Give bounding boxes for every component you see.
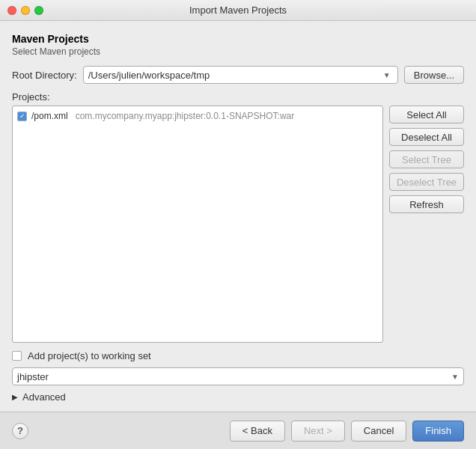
section-subtitle: Select Maven projects	[12, 46, 464, 57]
cancel-button[interactable]: Cancel	[351, 421, 406, 442]
main-content: ✓ /pom.xml com.mycompany.myapp:jhipster:…	[12, 106, 464, 343]
root-directory-label: Root Directory:	[12, 70, 77, 81]
working-set-arrow-icon: ▼	[451, 373, 459, 381]
root-directory-value: /Users/julien/workspace/tmp	[88, 70, 381, 81]
root-directory-combo[interactable]: /Users/julien/workspace/tmp ▼	[83, 66, 398, 84]
table-row[interactable]: ✓ /pom.xml com.mycompany.myapp:jhipster:…	[13, 109, 382, 123]
side-buttons-panel: Select All Deselect All Select Tree Dese…	[389, 106, 464, 343]
finish-button[interactable]: Finish	[412, 421, 464, 442]
help-button[interactable]: ?	[12, 423, 28, 439]
projects-label: Projects:	[12, 91, 464, 103]
project-path: /pom.xml	[31, 111, 68, 121]
deselect-all-button[interactable]: Deselect All	[389, 128, 464, 146]
refresh-button[interactable]: Refresh	[389, 195, 464, 213]
advanced-arrow-icon: ▶	[12, 393, 18, 401]
working-set-combo-value: jhipster	[17, 371, 451, 382]
maximize-button[interactable]	[34, 6, 43, 15]
next-button[interactable]: Next >	[291, 421, 345, 442]
section-title: Maven Projects	[12, 33, 464, 45]
advanced-label: Advanced	[22, 391, 66, 403]
root-directory-row: Root Directory: /Users/julien/workspace/…	[12, 66, 464, 84]
working-set-checkbox[interactable]	[12, 351, 22, 361]
advanced-row[interactable]: ▶ Advanced	[12, 391, 464, 403]
working-set-label: Add project(s) to working set	[28, 350, 151, 361]
working-set-row: Add project(s) to working set	[12, 350, 464, 361]
title-bar: Import Maven Projects	[0, 0, 476, 21]
select-tree-button[interactable]: Select Tree	[389, 150, 464, 168]
deselect-tree-button[interactable]: Deselect Tree	[389, 173, 464, 191]
check-icon: ✓	[19, 113, 25, 120]
window-controls	[7, 6, 43, 15]
project-artifact: com.mycompany.myapp:jhipster:0.0.1-SNAPS…	[76, 111, 295, 121]
select-all-button[interactable]: Select All	[389, 106, 464, 123]
project-checkbox[interactable]: ✓	[17, 112, 27, 121]
combo-arrow-icon: ▼	[381, 69, 393, 81]
dialog-body: Maven Projects Select Maven projects Roo…	[0, 21, 476, 412]
bottom-bar: ? < Back Next > Cancel Finish	[0, 412, 476, 449]
minimize-button[interactable]	[21, 6, 30, 15]
close-button[interactable]	[7, 6, 16, 15]
browse-button[interactable]: Browse...	[404, 66, 464, 84]
window-title: Import Maven Projects	[189, 4, 287, 16]
back-button[interactable]: < Back	[230, 421, 285, 442]
working-set-combo[interactable]: jhipster ▼	[12, 367, 464, 385]
projects-list[interactable]: ✓ /pom.xml com.mycompany.myapp:jhipster:…	[12, 106, 383, 343]
